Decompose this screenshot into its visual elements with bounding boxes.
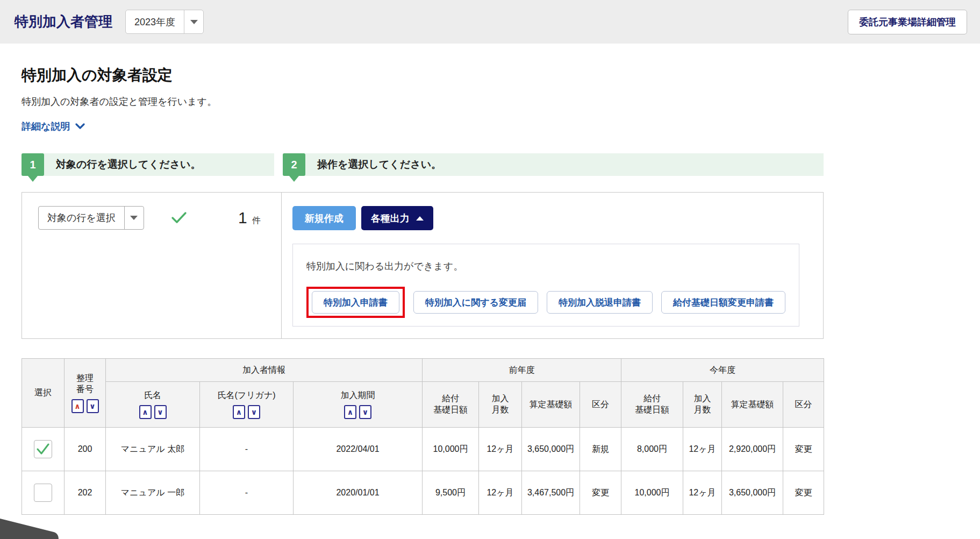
row-selection-area: 対象の行を選択 1 件 bbox=[22, 193, 282, 338]
members-table: 選択 整理 番号 ∧ ∨ 加入者情報 前年度 今年度 bbox=[22, 358, 824, 515]
special-enrollment-withdrawal-application-button[interactable]: 特別加入脱退申請書 bbox=[547, 291, 653, 314]
cell-prev-months: 12ヶ月 bbox=[479, 428, 522, 471]
chevron-down-icon bbox=[75, 123, 85, 130]
col-header-prev-santei: 算定基礎額 bbox=[522, 382, 580, 428]
cell-prev-kubun: 新規 bbox=[580, 428, 621, 471]
step-indicators: 1 対象の行を選択してください。 2 操作を選択してください。 bbox=[22, 153, 824, 176]
seiri-line1: 整理 bbox=[76, 373, 94, 384]
various-output-label: 各種出力 bbox=[371, 212, 410, 225]
cell-curr-santei: 3,650,000円 bbox=[722, 471, 783, 515]
step-2-badge: 2 bbox=[283, 153, 305, 176]
selected-count: 1 件 bbox=[238, 209, 261, 227]
sort-down-seiri-bango[interactable]: ∨ bbox=[87, 399, 99, 413]
red-highlight-box: 特別加入申請書 bbox=[306, 287, 405, 318]
top-header-bar: 特別加入者管理 2023年度 委託元事業場詳細管理 bbox=[0, 0, 980, 44]
detail-link-label: 詳細な説明 bbox=[22, 120, 70, 133]
sort-up-seiri-bango[interactable]: ∧ bbox=[71, 399, 84, 413]
col-header-period: 加入期間 ∧ ∨ bbox=[294, 382, 423, 428]
row-checkbox-unchecked[interactable] bbox=[34, 484, 52, 502]
step-1: 1 対象の行を選択してください。 bbox=[22, 153, 274, 176]
sort-down-period[interactable]: ∨ bbox=[359, 405, 371, 419]
step-2-badge-tail bbox=[289, 176, 299, 182]
cell-curr-kyufu: 8,000円 bbox=[621, 428, 683, 471]
year-select-caret[interactable] bbox=[184, 10, 203, 33]
check-icon bbox=[36, 443, 50, 455]
create-new-button[interactable]: 新規作成 bbox=[292, 206, 356, 230]
sort-up-kana[interactable]: ∧ bbox=[233, 405, 245, 419]
selected-count-unit: 件 bbox=[252, 215, 261, 226]
col-header-seiri-bango: 整理 番号 ∧ ∨ bbox=[65, 359, 106, 428]
selected-count-number: 1 bbox=[238, 209, 247, 227]
cell-kana: - bbox=[200, 428, 294, 471]
cell-curr-months: 12ヶ月 bbox=[683, 471, 722, 515]
various-output-button[interactable]: 各種出力 bbox=[361, 206, 433, 230]
col-header-kana: 氏名(フリガナ) ∧ ∨ bbox=[200, 382, 294, 428]
col-header-curr-santei: 算定基礎額 bbox=[722, 382, 783, 428]
cell-select bbox=[22, 428, 65, 471]
actions-area: 新規作成 各種出力 特別加入に関わる出力ができます。 特別加入申請書 特別加入に… bbox=[282, 193, 823, 338]
output-document-buttons: 特別加入申請書 特別加入に関する変更届 特別加入脱退申請書 給付基礎日額変更申請… bbox=[306, 287, 785, 318]
year-select-value: 2023年度 bbox=[126, 10, 184, 33]
benefit-base-amount-change-application-button[interactable]: 給付基礎日額変更申請書 bbox=[661, 291, 785, 314]
col-header-name: 氏名 ∧ ∨ bbox=[106, 382, 200, 428]
chevron-down-icon bbox=[190, 20, 198, 24]
detail-explanation-link[interactable]: 詳細な説明 bbox=[22, 120, 85, 133]
table-group-header-row: 選択 整理 番号 ∧ ∨ 加入者情報 前年度 今年度 bbox=[22, 359, 824, 382]
cell-prev-kyufu: 10,000円 bbox=[423, 428, 479, 471]
output-panel-description: 特別加入に関わる出力ができます。 bbox=[306, 260, 785, 273]
group-header-member-info: 加入者情報 bbox=[106, 359, 423, 382]
sort-up-name[interactable]: ∧ bbox=[139, 405, 152, 419]
cell-prev-santei: 3,650,000円 bbox=[522, 428, 580, 471]
special-enrollment-change-notification-button[interactable]: 特別加入に関する変更届 bbox=[413, 291, 538, 314]
col-header-prev-kyufu: 給付 基礎日額 bbox=[423, 382, 479, 428]
name-label: 氏名 bbox=[144, 390, 161, 401]
sort-up-period[interactable]: ∧ bbox=[344, 405, 356, 419]
target-row-select-caret[interactable] bbox=[124, 207, 144, 229]
target-row-select-value: 対象の行を選択 bbox=[39, 207, 124, 229]
check-icon bbox=[171, 211, 187, 224]
col-header-curr-months: 加入 月数 bbox=[683, 382, 722, 428]
cell-kana: - bbox=[200, 471, 294, 515]
cell-prev-months: 12ヶ月 bbox=[479, 471, 522, 515]
section-heading: 特別加入の対象者設定 bbox=[22, 65, 824, 86]
cell-period: 2020/01/01 bbox=[294, 471, 423, 515]
cell-curr-kubun: 変更 bbox=[783, 471, 824, 515]
section-description: 特別加入の対象者の設定と管理を行います。 bbox=[22, 95, 824, 108]
cell-name: マニュアル 一郎 bbox=[106, 471, 200, 515]
col-header-prev-months: 加入 月数 bbox=[479, 382, 522, 428]
main-content: 特別加入の対象者設定 特別加入の対象者の設定と管理を行います。 詳細な説明 1 … bbox=[0, 65, 980, 515]
col-header-select: 選択 bbox=[22, 359, 65, 428]
cell-name: マニュアル 太郎 bbox=[106, 428, 200, 471]
consignor-detail-management-button[interactable]: 委託元事業場詳細管理 bbox=[848, 10, 967, 34]
selection-and-actions-panel: 対象の行を選択 1 件 新規作成 各種出力 bbox=[22, 192, 824, 339]
cell-curr-kyufu: 10,000円 bbox=[621, 471, 683, 515]
group-header-previous-year: 前年度 bbox=[423, 359, 621, 382]
table-row: 202 マニュアル 一郎 - 2020/01/01 9,500円 12ヶ月 3,… bbox=[22, 471, 824, 515]
kana-label: 氏名(フリガナ) bbox=[217, 390, 275, 401]
chevron-down-icon bbox=[130, 216, 138, 220]
cell-seiri-bango: 200 bbox=[65, 428, 106, 471]
col-header-prev-kubun: 区分 bbox=[580, 382, 621, 428]
step-1-label: 対象の行を選択してください。 bbox=[56, 153, 274, 176]
sort-down-kana[interactable]: ∨ bbox=[248, 405, 260, 419]
cell-curr-months: 12ヶ月 bbox=[683, 428, 722, 471]
page-title: 特別加入者管理 bbox=[15, 12, 112, 31]
table-sub-header-row: 氏名 ∧ ∨ 氏名(フリガナ) ∧ ∨ 加入期間 bbox=[22, 382, 824, 428]
target-row-select[interactable]: 対象の行を選択 bbox=[38, 206, 144, 230]
corner-artifact bbox=[0, 515, 60, 539]
special-enrollment-application-button[interactable]: 特別加入申請書 bbox=[312, 291, 399, 314]
cell-curr-kubun: 変更 bbox=[783, 428, 824, 471]
step-2-label: 操作を選択してください。 bbox=[317, 153, 824, 176]
cell-prev-kubun: 変更 bbox=[580, 471, 621, 515]
row-checkbox-checked[interactable] bbox=[34, 440, 52, 458]
cell-period: 2022/04/01 bbox=[294, 428, 423, 471]
table-row: 200 マニュアル 太郎 - 2022/04/01 10,000円 12ヶ月 3… bbox=[22, 428, 824, 471]
chevron-up-icon bbox=[416, 216, 424, 221]
sort-down-name[interactable]: ∨ bbox=[154, 405, 167, 419]
group-header-current-year: 今年度 bbox=[621, 359, 824, 382]
step-1-badge: 1 bbox=[22, 153, 44, 176]
cell-select bbox=[22, 471, 65, 515]
year-select[interactable]: 2023年度 bbox=[125, 10, 204, 34]
period-label: 加入期間 bbox=[341, 390, 375, 401]
col-header-curr-kubun: 区分 bbox=[783, 382, 824, 428]
